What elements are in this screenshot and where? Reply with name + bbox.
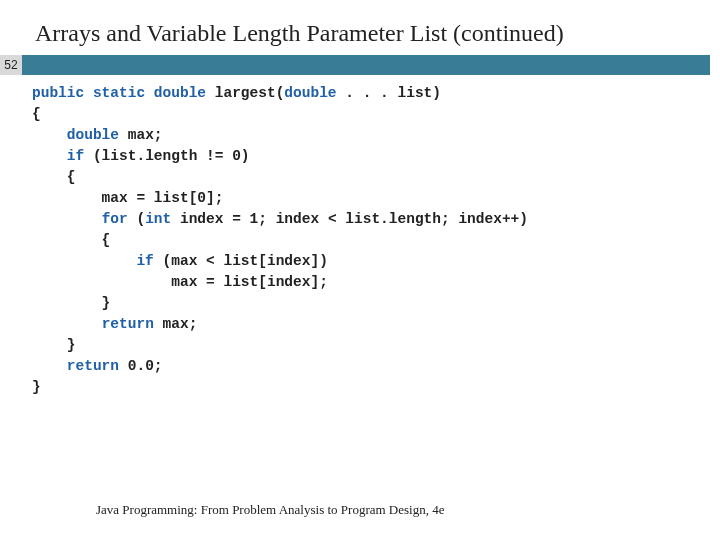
keyword: int: [145, 211, 171, 227]
code-text: [32, 127, 67, 143]
code-line: max = list[0];: [32, 188, 720, 209]
code-line: public static double largest(double . . …: [32, 83, 720, 104]
accent-row: 52: [0, 55, 720, 75]
code-text: 0.0;: [119, 358, 163, 374]
code-line: max = list[index];: [32, 272, 720, 293]
code-text: max;: [154, 316, 198, 332]
code-text: [32, 253, 136, 269]
keyword: if: [136, 253, 153, 269]
keyword: if: [67, 148, 84, 164]
code-line: return max;: [32, 314, 720, 335]
keyword: public static double: [32, 85, 206, 101]
code-line: }: [32, 293, 720, 314]
keyword: return: [102, 316, 154, 332]
keyword: double: [284, 85, 336, 101]
code-text: (list.length != 0): [84, 148, 249, 164]
keyword: for: [102, 211, 128, 227]
code-block: public static double largest(double . . …: [0, 75, 720, 398]
code-text: [32, 316, 102, 332]
code-text: max;: [119, 127, 163, 143]
code-line: if (max < list[index]): [32, 251, 720, 272]
code-line: {: [32, 230, 720, 251]
keyword: return: [67, 358, 119, 374]
code-text: index = 1; index < list.length; index++): [171, 211, 528, 227]
code-text: largest(: [206, 85, 284, 101]
code-line: }: [32, 377, 720, 398]
code-line: {: [32, 104, 720, 125]
code-text: [32, 358, 67, 374]
code-text: [32, 211, 102, 227]
code-line: if (list.length != 0): [32, 146, 720, 167]
slide-number: 52: [0, 55, 22, 75]
code-line: double max;: [32, 125, 720, 146]
code-line: }: [32, 335, 720, 356]
code-text: (max < list[index]): [154, 253, 328, 269]
code-text: . . . list): [337, 85, 441, 101]
code-text: [32, 148, 67, 164]
slide: Arrays and Variable Length Parameter Lis…: [0, 0, 720, 540]
keyword: double: [67, 127, 119, 143]
slide-title: Arrays and Variable Length Parameter Lis…: [0, 0, 720, 55]
code-line: return 0.0;: [32, 356, 720, 377]
footer-text: Java Programming: From Problem Analysis …: [96, 502, 444, 518]
code-line: {: [32, 167, 720, 188]
code-text: (: [128, 211, 145, 227]
accent-bar: [22, 55, 710, 75]
code-line: for (int index = 1; index < list.length;…: [32, 209, 720, 230]
